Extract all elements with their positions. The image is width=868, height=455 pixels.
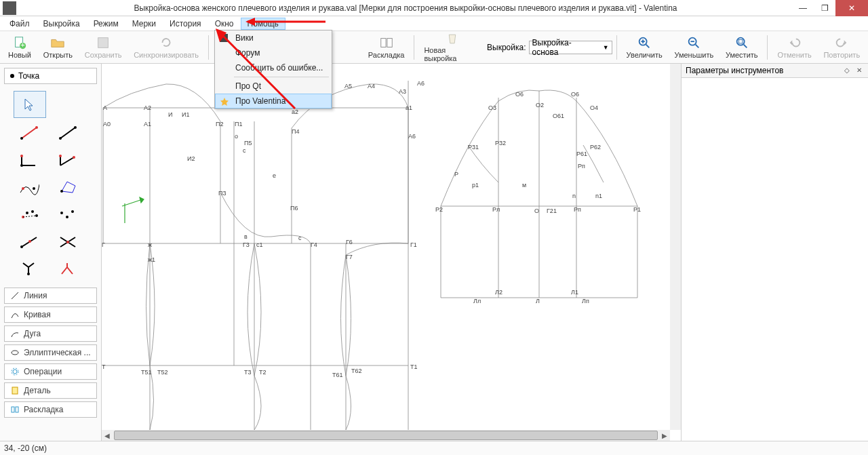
tool-cross[interactable] (52, 229, 83, 254)
detail-icon (10, 386, 20, 395)
menu-mode[interactable]: Режим (87, 18, 125, 30)
svg-point-45 (13, 370, 17, 374)
spline-icon (19, 179, 39, 195)
svg-point-25 (73, 156, 75, 159)
group-curve[interactable]: Кривая (4, 306, 97, 323)
scroll-right-icon[interactable]: ▶ (659, 432, 670, 439)
svg-rect-49 (16, 407, 18, 412)
pt-label: А4 (368, 83, 375, 90)
scroll-thumb[interactable] (114, 431, 658, 440)
help-menu-report-bug[interactable]: Сообщить об ошибке... (215, 60, 332, 75)
layout-mini-icon (10, 405, 20, 414)
fork-icon (58, 260, 78, 277)
maximize-button[interactable]: ❐ (814, 0, 835, 16)
panel-close-icon[interactable]: ✕ (854, 66, 864, 75)
canvas-area: А А0 А1 А2 А3 А4 А5 А6 а1 А6 а2 И И1 И2 … (102, 64, 682, 441)
tool-angle[interactable] (14, 148, 45, 172)
group-layout[interactable]: Раскладка (4, 401, 97, 418)
group-arc[interactable]: Дуга (4, 325, 97, 342)
chevron-down-icon: ▼ (603, 44, 609, 51)
pt-label: о (235, 133, 238, 140)
panel-float-icon[interactable]: ◇ (842, 66, 852, 75)
pt-label: А3 (399, 88, 406, 95)
tool-cursor[interactable] (14, 91, 46, 118)
svg-line-43 (12, 292, 18, 299)
svg-point-37 (20, 245, 23, 248)
menu-pattern[interactable]: Выкройка (37, 18, 87, 30)
tool-group-header[interactable]: Точка (4, 68, 97, 84)
redo-button[interactable]: Повторить (818, 33, 865, 62)
minimize-button[interactable]: — (792, 0, 814, 16)
group-ops[interactable]: Операции (4, 363, 97, 380)
scrollbar-horizontal[interactable]: ◀ ▶ (102, 430, 670, 441)
cross-icon (58, 233, 78, 250)
menu-help[interactable]: Помощь (241, 18, 285, 30)
undo-button[interactable]: Отменить (772, 33, 816, 62)
menu-window[interactable]: Окно (208, 18, 241, 30)
redo-icon (834, 35, 849, 50)
pt-label: Лл (473, 298, 481, 304)
svg-point-24 (59, 155, 62, 157)
zoom-in-button[interactable]: Увеличить (621, 33, 668, 62)
scroll-left-icon[interactable]: ◀ (102, 432, 113, 439)
toolbar: + Новый Открыть Сохранить Синхронизирова… (0, 31, 868, 64)
help-menu-wiki[interactable]: Вики (215, 31, 332, 45)
svg-rect-4 (380, 39, 385, 47)
tool-fork[interactable] (14, 256, 45, 281)
menu-file[interactable]: Файл (3, 18, 37, 30)
group-ellipse[interactable]: Эллиптическая ... (4, 344, 97, 361)
svg-rect-50 (103, 108, 408, 243)
tool-fork2[interactable] (52, 256, 83, 281)
pt-label: ж (148, 241, 152, 248)
pt-label: Р1 (633, 206, 641, 213)
group-detail[interactable]: Деталь (4, 382, 97, 399)
new-button[interactable]: + Новый (3, 33, 37, 62)
pt-label: Т61 (332, 372, 343, 378)
pt-label: А1 (144, 121, 151, 127)
pt-label: Г6 (346, 239, 353, 245)
sync-button[interactable]: Синхронизировать (128, 33, 204, 62)
tool-dots[interactable] (52, 202, 83, 226)
pt-label: Р2 (435, 206, 443, 213)
menu-measures[interactable]: Мерки (125, 18, 163, 30)
tool-multi[interactable] (14, 202, 45, 226)
pt-label: O6 (571, 91, 579, 98)
left-toolbox: Точка Линия Кривая Дуга Эллиптическая ..… (0, 64, 102, 441)
dots-icon (58, 206, 78, 222)
group-line[interactable]: Линия (4, 288, 97, 304)
help-menu-about-qt[interactable]: Про Qt (215, 79, 332, 94)
menu-separator (234, 77, 329, 77)
pt-label: Рп (574, 206, 581, 213)
pt-label: Т1 (410, 363, 418, 370)
pt-label: Рл (492, 206, 500, 213)
tool-angle2[interactable] (52, 148, 83, 172)
help-menu-about-valentina[interactable]: Про Valentina (215, 94, 332, 108)
tool-polygon[interactable] (52, 175, 83, 199)
scrollbar-vertical[interactable] (670, 64, 681, 430)
open-button[interactable]: Открыть (38, 33, 78, 62)
new-pattern-button[interactable]: Новая выкройка (418, 33, 486, 62)
close-button[interactable]: ✕ (835, 0, 868, 16)
help-menu-forum[interactable]: Форум (215, 45, 332, 60)
gear-icon (10, 367, 20, 376)
drawing-canvas[interactable]: А А0 А1 А2 А3 А4 А5 А6 а1 А6 а2 И И1 И2 … (102, 64, 670, 430)
angle-icon (19, 152, 39, 168)
tool-line-black[interactable] (52, 121, 83, 145)
pt-label: П6 (290, 205, 298, 212)
pt-label: р1 (472, 182, 479, 189)
save-button[interactable]: Сохранить (79, 33, 127, 62)
pt-label: Г (102, 241, 105, 248)
zoom-fit-button[interactable]: Уместить (720, 33, 763, 62)
zoom-out-button[interactable]: Уменьшить (669, 33, 719, 62)
tool-line-red[interactable] (14, 121, 45, 145)
tool-spline[interactable] (14, 175, 45, 199)
pt-label: П5 (244, 140, 252, 146)
toolbar-separator (208, 35, 209, 60)
svg-line-7 (646, 45, 650, 48)
layout-button[interactable]: Раскладка (363, 33, 410, 62)
pattern-combo[interactable]: Выкройка-основа ▼ (529, 41, 612, 54)
tool-perp[interactable] (14, 229, 45, 254)
pt-label: Т3 (244, 369, 252, 376)
menu-history[interactable]: История (163, 18, 208, 30)
pt-label: с (298, 235, 302, 241)
